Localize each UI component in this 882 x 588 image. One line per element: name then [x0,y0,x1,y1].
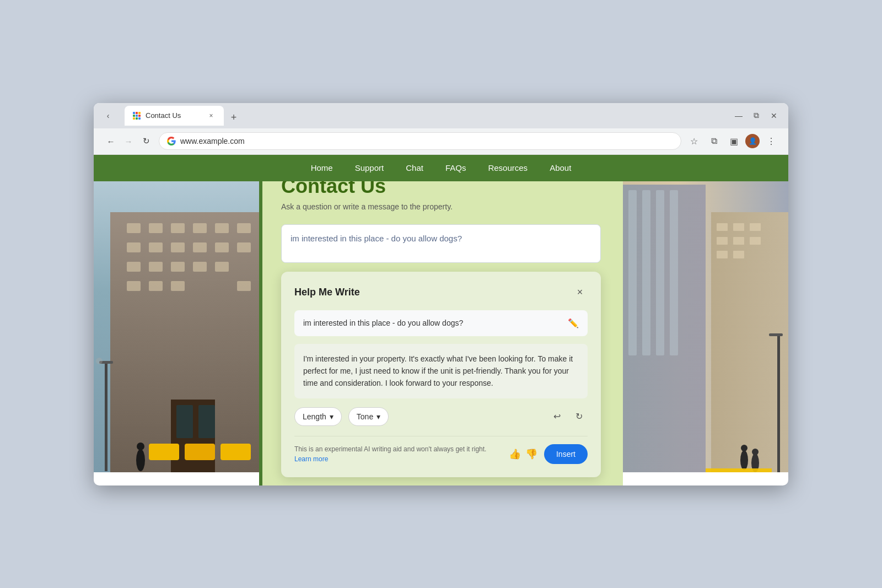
input-display-row: im interested in this place - do you all… [294,310,588,336]
tab-title: Contact Us [146,111,181,120]
new-tab-button[interactable]: + [226,110,241,126]
maximize-button[interactable]: ⧉ [749,108,764,123]
svg-rect-6 [215,223,229,233]
svg-rect-38 [628,190,637,355]
svg-rect-5 [193,223,207,233]
generated-text-box: I'm interested in your property. It's ex… [294,344,588,398]
bookmark-button[interactable]: ☆ [686,133,702,149]
regenerate-icon: ↻ [576,411,583,422]
tab-bar: Contact Us × + [120,106,246,126]
thumbs-down-icon: 👎 [525,449,537,460]
svg-rect-4 [171,223,185,233]
svg-rect-24 [176,405,193,438]
popup-close-button[interactable]: × [572,285,588,300]
svg-rect-39 [642,190,650,355]
site-navigation: Home Support Chat FAQs Resources About [94,155,788,181]
svg-rect-46 [717,237,728,245]
length-label: Length [303,412,326,421]
back-button[interactable]: ← [103,133,119,149]
svg-rect-13 [237,242,251,252]
svg-point-28 [96,358,103,364]
svg-rect-17 [193,262,207,272]
svg-rect-18 [215,262,229,272]
svg-rect-22 [237,281,251,291]
address-bar[interactable]: www.example.com [159,132,681,150]
svg-rect-44 [733,223,744,231]
window-controls: — ⧉ ✕ [731,108,782,123]
profile-avatar[interactable]: 👤 [745,134,760,148]
svg-rect-47 [733,237,744,245]
svg-rect-9 [149,242,163,252]
svg-rect-3 [149,223,163,233]
svg-rect-49 [717,251,728,258]
tone-dropdown[interactable]: Tone ▾ [348,407,389,426]
tone-label: Tone [357,412,373,421]
svg-rect-26 [105,361,107,471]
edit-icon[interactable]: ✏️ [568,318,579,328]
titlebar-nav: ‹ [100,108,116,123]
insert-button[interactable]: Insert [544,444,588,464]
popup-footer: This is an experimental AI writing aid a… [294,436,588,464]
svg-rect-43 [717,223,728,231]
close-window-button[interactable]: ✕ [766,108,782,123]
svg-point-58 [740,450,748,470]
svg-rect-29 [149,444,179,460]
svg-rect-19 [127,281,141,291]
thumbs-down-button[interactable]: 👎 [525,448,537,460]
svg-point-32 [136,449,145,471]
svg-rect-2 [127,223,141,233]
page-subtitle: Ask a question or write a message to the… [281,202,601,211]
svg-rect-40 [656,190,664,355]
svg-rect-20 [149,281,163,291]
star-icon: ☆ [690,136,698,147]
browser-titlebar: ‹ Contact Us [94,103,788,128]
sidebar-toggle-button[interactable]: ▣ [725,133,742,149]
svg-rect-16 [171,262,185,272]
regenerate-button[interactable]: ↻ [570,408,588,425]
message-textarea[interactable] [281,224,601,263]
undo-button[interactable]: ↩ [548,408,566,425]
length-dropdown[interactable]: Length ▾ [294,407,342,426]
more-icon: ⋮ [767,136,776,147]
svg-rect-21 [171,281,185,291]
extensions-button[interactable]: ⧉ [706,133,722,149]
more-menu-button[interactable]: ⋮ [763,133,779,149]
learn-more-link[interactable]: Learn more [294,455,328,463]
main-content-panel: Contact Us Ask a question or write a mes… [259,155,623,485]
toolbar-icons: ☆ ⧉ ▣ 👤 ⋮ [686,133,779,149]
action-icons: ↩ ↻ [548,408,588,425]
svg-rect-57 [769,333,783,336]
svg-rect-7 [237,223,251,233]
svg-point-61 [752,449,759,455]
svg-point-59 [741,445,747,451]
nav-faqs[interactable]: FAQs [445,163,466,172]
tab-close-button[interactable]: × [206,111,216,121]
nav-about[interactable]: About [550,163,571,172]
undo-icon: ↩ [553,411,561,422]
feedback-icons: 👍 👎 [509,448,537,460]
thumbs-up-button[interactable]: 👍 [509,448,521,460]
thumbs-up-icon: 👍 [509,449,521,460]
nav-chat[interactable]: Chat [406,163,423,172]
svg-rect-10 [171,242,185,252]
active-tab[interactable]: Contact Us × [125,106,224,126]
tab-back-button[interactable]: ‹ [100,108,116,123]
nav-home[interactable]: Home [311,163,333,172]
svg-rect-15 [149,262,163,272]
popup-title: Help Me Write [294,287,360,298]
page-content: Home Support Chat FAQs Resources About [94,155,788,485]
google-logo-icon [167,137,176,145]
svg-rect-12 [215,242,229,252]
nav-resources[interactable]: Resources [488,163,528,172]
svg-rect-11 [193,242,207,252]
browser-window: ‹ Contact Us [94,103,788,485]
sidebar-icon: ▣ [730,136,738,147]
forward-button[interactable]: → [120,133,137,149]
nav-support[interactable]: Support [355,163,384,172]
green-border-accent [259,155,262,485]
extensions-icon: ⧉ [711,136,717,146]
popup-header: Help Me Write × [294,285,588,300]
reload-button[interactable]: ↻ [138,133,154,149]
svg-rect-48 [750,237,761,245]
minimize-button[interactable]: — [731,108,746,123]
